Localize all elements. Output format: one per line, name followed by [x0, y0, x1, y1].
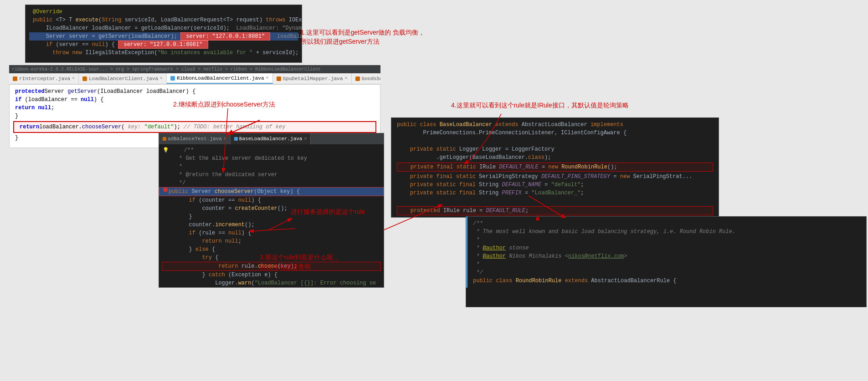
- code-line: public class RoundRobinRule extends Abst…: [473, 277, 861, 285]
- tab-bar-main: rInterceptor.java × LoadBalancerClient.j…: [9, 73, 380, 84]
- panel-top: @Override public <T> T execute(String se…: [25, 5, 302, 63]
- code-line: counter.increment();: [159, 221, 384, 229]
- code-line: public class BaseLoadBalancer extends Ab…: [397, 121, 713, 129]
- code-line: throw new IllegalStateException("No inst…: [29, 49, 298, 57]
- annotation-5: 进行服务选择的是这个rule: [291, 207, 373, 217]
- code-line: private static final String PREFIX = "Lo…: [397, 189, 713, 197]
- code-line: *: [159, 163, 384, 171]
- page-container: @Override public <T> T execute(String se…: [0, 0, 868, 381]
- code-line: [397, 197, 713, 205]
- annotation-3: 3.那这个rule到底是什么呢，所以继续跟进查明: [260, 253, 360, 272]
- code-line: /**: [473, 219, 861, 228]
- tab-label: RibbonLoadBalancerClient.java: [177, 76, 264, 81]
- code-line: protected Server getServer(ILoadBalancer…: [10, 87, 380, 96]
- code-line: 💡 /**: [159, 146, 384, 154]
- code-line: if (server == null) { server: "127.0.0.1…: [29, 41, 298, 49]
- tab-close[interactable]: ×: [72, 76, 75, 81]
- code-line: *: [473, 260, 861, 269]
- tab-goodsservice[interactable]: GoodsService.java ×: [352, 73, 380, 84]
- tab-balancetest[interactable]: adBalanceTest.java ×: [159, 133, 231, 144]
- annotation-2: 2.继续断点跟进到chooseServer方法: [173, 100, 292, 109]
- tab-loadbalancerclient[interactable]: LoadBalancerClient.java ×: [79, 73, 167, 84]
- code-line: if (counter == null) {: [159, 196, 384, 204]
- code-line: PrimeConnections.PrimeConnectionListener…: [397, 129, 713, 137]
- code-line: *: [473, 236, 861, 244]
- tab-bar-center: adBalanceTest.java × BaseLoadBalancer.ja…: [159, 133, 384, 144]
- breadcrumb-text: ribbon-eureka-2.0.2.RELEASE-sour... > or…: [9, 67, 324, 72]
- code-line: */: [473, 269, 861, 277]
- code-line: .getLogger(BaseLoadBalancer.class);: [397, 153, 713, 162]
- code-line-defaultrule: private final static IRule DEFAULT_RULE …: [397, 163, 713, 172]
- code-line: @Override: [29, 8, 298, 16]
- code-line: private static Logger Logger = LoggerFac…: [397, 145, 713, 153]
- annotation-4: 4.这里就可以看到这个rule就是IRule接口，其默认值是轮询策略: [451, 101, 674, 110]
- code-line: private static final String DEFAULT_NAME…: [397, 181, 713, 189]
- tab-close[interactable]: ×: [304, 137, 307, 142]
- code-line: private final static SerialPingStrategy …: [397, 173, 713, 181]
- annotation-1: 1.这里可以看到是getServer做的 负载均衡，所以我们跟进getServe…: [301, 28, 428, 46]
- code-line: Logger.warn("LoadBalancer [{}]: Error ch…: [159, 279, 384, 287]
- code-line: return null;: [159, 287, 384, 288]
- code-line: }: [10, 112, 380, 120]
- code-line-highlighted: Server server = getServer(loadBalancer);…: [29, 32, 298, 41]
- code-line: ILoadBalancer loadBalancer = getLoadBala…: [29, 24, 298, 32]
- code-line: * @author stonse: [473, 244, 861, 252]
- tab-label: LoadBalancerClient.java: [89, 76, 158, 81]
- code-line: } catch (Exception e) {: [159, 271, 384, 279]
- code-line: * @author Nikos Michalakis <nikos@netfli…: [473, 252, 861, 260]
- tab-close[interactable]: ×: [266, 76, 269, 81]
- tab-label: GoodsService.java: [362, 76, 380, 81]
- tab-label: rInterceptor.java: [19, 76, 70, 81]
- panel-right-top: public class BaseLoadBalancer extends Ab…: [391, 117, 719, 218]
- tab-close[interactable]: ×: [345, 76, 348, 81]
- tab-baseloadbalancer[interactable]: BaseLoadBalancer.java ×: [231, 133, 311, 144]
- code-line: [397, 137, 713, 145]
- tab-close[interactable]: ×: [160, 76, 163, 81]
- code-line: return null;: [159, 237, 384, 245]
- tab-ribbonclient[interactable]: RibbonLoadBalancerClient.java ×: [167, 73, 272, 84]
- code-line-rule: protected IRule rule = DEFAULT_RULE;: [397, 206, 713, 215]
- panel-right-bottom: /** * The most well known and basic load…: [466, 216, 867, 307]
- tab-close[interactable]: ×: [224, 137, 226, 142]
- tab-rinterceptor[interactable]: rInterceptor.java ×: [9, 73, 79, 84]
- breadcrumb-bar: ribbon-eureka-2.0.2.RELEASE-sour... > or…: [9, 65, 380, 73]
- code-line: * @return the dedicated server: [159, 171, 384, 179]
- code-line: if (rule == null) {: [159, 229, 384, 237]
- tab-spumapper[interactable]: SpuDetailMapper.java ×: [273, 73, 352, 84]
- breakpoint-icon: [163, 188, 168, 192]
- code-line: * Get the alive server dedicated to key: [159, 154, 384, 163]
- code-line: * The most well known and basic load bal…: [473, 228, 861, 236]
- code-line: public <T> T execute(String serviceId, L…: [29, 16, 298, 24]
- code-line-breakpoint: public Server chooseServer(Object key) {: [159, 187, 384, 196]
- tab-label: SpuDetailMapper.java: [283, 76, 343, 81]
- code-line: */: [159, 179, 384, 187]
- code-line-highlighted-red: return loadBalancer.chooseServer( key: "…: [13, 121, 376, 133]
